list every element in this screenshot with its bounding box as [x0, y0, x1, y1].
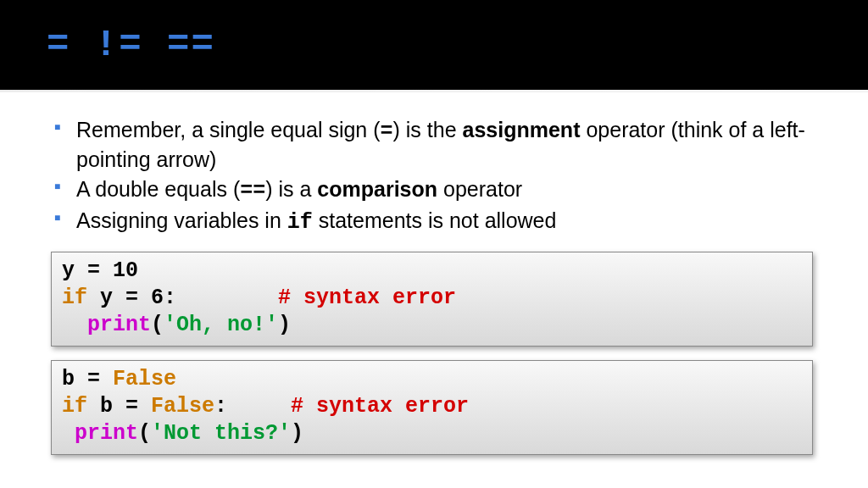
code-block-2: b = False if b = False: # syntax error p… [51, 360, 813, 455]
code-block-1: y = 10 if y = 6: # syntax error print('O… [51, 252, 813, 347]
slide-header: = != == [0, 0, 868, 90]
slide-title: = != == [47, 24, 215, 66]
slide-content: Remember, a single equal sign (=) is the… [0, 92, 868, 455]
bullet-2: A double equals (==) is a comparison ope… [51, 175, 821, 205]
bullet-1: Remember, a single equal sign (=) is the… [51, 116, 821, 174]
bullet-list: Remember, a single equal sign (=) is the… [51, 116, 821, 236]
bullet-3: Assigning variables in if statements is … [51, 207, 821, 236]
